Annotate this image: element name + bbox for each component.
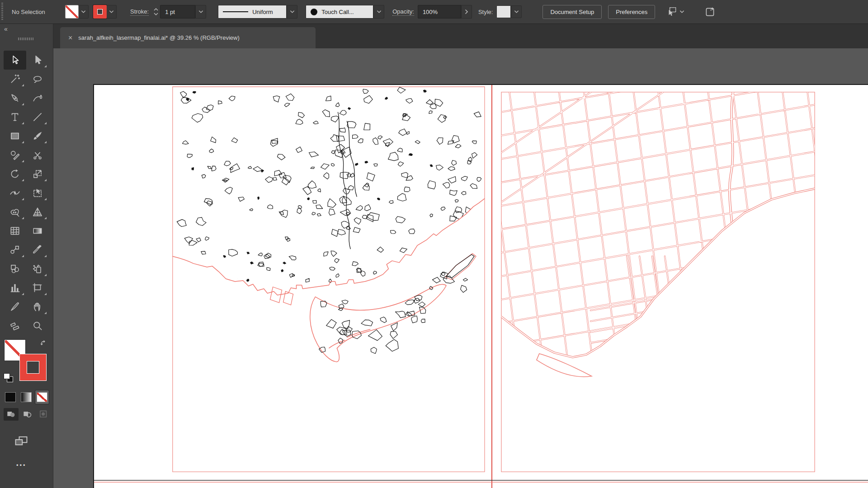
tool-pen[interactable] xyxy=(4,89,26,108)
tool-line-segment[interactable] xyxy=(26,108,49,127)
color-swatch-icon xyxy=(5,392,16,402)
chevron-right-icon[interactable] xyxy=(461,5,472,19)
control-bar-grip[interactable] xyxy=(1,3,3,21)
tool-hand[interactable] xyxy=(26,297,49,316)
chevron-down-icon[interactable] xyxy=(511,5,522,18)
brush-dot-icon xyxy=(311,9,317,15)
tool-eyedropper[interactable] xyxy=(26,240,49,259)
tool-gradient[interactable] xyxy=(26,221,49,240)
none-button[interactable] xyxy=(35,390,49,404)
pasteboard xyxy=(53,48,868,488)
tool-paintbrush[interactable] xyxy=(26,127,49,145)
tool-symbol-sprayer[interactable] xyxy=(26,259,49,278)
stroke-weight-value[interactable]: 1 pt xyxy=(160,5,195,19)
document-tab[interactable]: × sarah_alfkeih_lasermap_finalai.ai* @ 3… xyxy=(60,27,316,48)
artboard-canvas[interactable] xyxy=(93,84,868,488)
width-profile-dropdown[interactable]: Uniform xyxy=(218,5,287,19)
tool-rectangle[interactable] xyxy=(4,127,26,145)
left-map-spit-black xyxy=(446,254,474,278)
brush-value: Touch Call... xyxy=(321,9,354,15)
tool-width[interactable] xyxy=(4,183,26,202)
opacity-label[interactable]: Opacity: xyxy=(392,8,414,16)
tool-symbols[interactable] xyxy=(4,259,26,278)
chevron-down-icon[interactable] xyxy=(79,5,89,19)
selection-status: No Selection xyxy=(12,9,65,15)
edit-toolbar-ellipsis[interactable]: ••• xyxy=(16,462,27,469)
fill-color-control[interactable] xyxy=(65,5,89,19)
right-map-spit xyxy=(537,354,592,377)
tool-selection[interactable] xyxy=(4,51,26,70)
left-map-islands-outline xyxy=(310,284,446,361)
select-similar-icon[interactable] xyxy=(666,6,678,18)
uniform-line-icon xyxy=(223,11,248,13)
default-fill-chip xyxy=(4,373,10,379)
close-tab-icon[interactable]: × xyxy=(68,34,72,42)
tools-panel: ••• xyxy=(0,48,53,488)
fill-none-swatch[interactable] xyxy=(65,5,79,19)
toolbar-header: « xyxy=(0,24,53,48)
control-bar: No Selection Stroke: 1 pt Uniform Touch … xyxy=(0,0,868,24)
stroke-red-swatch[interactable] xyxy=(93,5,107,19)
tools-grid xyxy=(4,51,49,335)
color-button[interactable] xyxy=(4,390,17,404)
artwork xyxy=(94,85,868,488)
stroke-label[interactable]: Stroke: xyxy=(130,8,149,16)
left-map-ravines xyxy=(338,112,357,249)
fill-stroke-block xyxy=(0,338,53,419)
stroke-indicator-red[interactable] xyxy=(20,354,46,380)
tool-column-graph[interactable] xyxy=(4,278,26,297)
brush-dropdown[interactable]: Touch Call... xyxy=(306,5,373,19)
tab-strip: « × sarah_alfkeih_lasermap_finalai.ai* @… xyxy=(0,24,868,48)
gradient-button[interactable] xyxy=(19,390,33,404)
stroke-color-control[interactable] xyxy=(93,5,117,19)
toolbar-drag-grip[interactable] xyxy=(18,38,34,40)
tool-blend[interactable] xyxy=(4,240,26,259)
document-tab-title: sarah_alfkeih_lasermap_finalai.ai* @ 39.… xyxy=(78,34,239,41)
left-map-shoreline xyxy=(173,198,485,295)
default-fill-stroke-icon[interactable] xyxy=(4,373,14,384)
draw-normal-button[interactable] xyxy=(4,408,19,421)
tool-type[interactable] xyxy=(4,108,26,127)
style-label[interactable]: Style: xyxy=(478,9,493,15)
document-setup-button[interactable]: Document Setup xyxy=(542,5,602,19)
tool-magic-wand[interactable] xyxy=(4,70,26,89)
chevron-down-icon[interactable] xyxy=(195,5,206,19)
tool-rotate-view[interactable] xyxy=(4,316,26,335)
chevron-down-icon[interactable] xyxy=(287,5,297,19)
tool-curvature[interactable] xyxy=(26,89,49,108)
drawing-mode-buttons xyxy=(4,408,51,421)
screen-mode-icon[interactable] xyxy=(14,435,29,450)
tool-shape-builder[interactable] xyxy=(4,202,26,221)
draw-inside-button[interactable] xyxy=(36,408,51,421)
gradient-swatch-icon xyxy=(21,392,32,402)
tool-artboard[interactable] xyxy=(26,278,49,297)
opacity-value[interactable]: 100% xyxy=(418,5,461,19)
tool-rotate[interactable] xyxy=(4,164,26,183)
tool-free-transform[interactable] xyxy=(26,183,49,202)
tool-scale[interactable] xyxy=(26,164,49,183)
tool-shaper[interactable] xyxy=(4,145,26,164)
tool-zoom[interactable] xyxy=(26,316,49,335)
share-document-icon[interactable] xyxy=(704,6,716,18)
tool-scissors[interactable] xyxy=(26,145,49,164)
chevron-down-icon[interactable] xyxy=(373,5,384,19)
tool-direct-selection[interactable] xyxy=(26,51,49,70)
stroke-weight-stepper[interactable] xyxy=(152,5,159,19)
tool-mesh[interactable] xyxy=(4,221,26,240)
appearance-buttons xyxy=(4,390,49,404)
collapse-panel-icon[interactable]: « xyxy=(4,25,7,33)
width-profile-value: Uniform xyxy=(252,9,273,15)
preferences-button[interactable]: Preferences xyxy=(608,5,655,19)
swap-fill-stroke-icon[interactable] xyxy=(40,340,49,351)
right-map-streets xyxy=(460,85,846,417)
draw-behind-button[interactable] xyxy=(20,408,35,421)
left-map-buildings xyxy=(176,87,481,283)
none-swatch-icon xyxy=(37,392,47,402)
left-cut-frame xyxy=(173,87,485,472)
chevron-down-icon[interactable] xyxy=(679,10,684,14)
tool-perspective-grid[interactable] xyxy=(26,202,49,221)
chevron-down-icon[interactable] xyxy=(107,5,117,19)
style-swatch[interactable] xyxy=(496,5,511,18)
tool-lasso[interactable] xyxy=(26,70,49,89)
tool-knife[interactable] xyxy=(4,297,26,316)
